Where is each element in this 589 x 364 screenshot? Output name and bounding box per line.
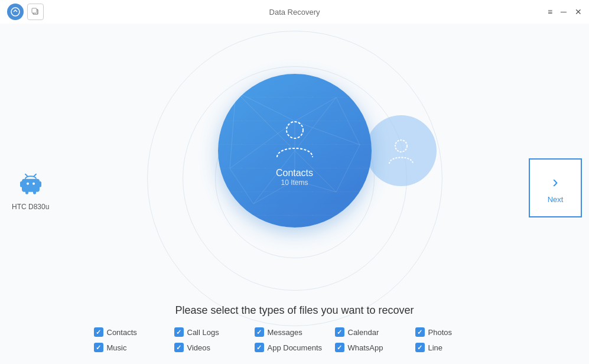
file-type-item[interactable]: Call Logs [174,327,255,337]
file-type-label: App Documents [268,343,323,352]
svg-point-10 [27,183,29,185]
svg-rect-6 [25,190,28,194]
file-types-grid: ContactsCall LogsMessagesCalendarPhotosM… [94,327,496,352]
menu-button[interactable]: ≡ [548,7,552,17]
file-type-item[interactable]: Messages [255,327,335,337]
svg-rect-5 [38,181,41,187]
file-type-item[interactable]: Line [415,343,496,352]
file-type-label: Calendar [348,328,379,337]
main-category-circle: Contacts 10 Items [218,74,372,228]
window-controls: ≡ ─ ✕ [548,7,582,17]
file-type-item[interactable]: Music [94,343,174,352]
chevron-right-icon: › [552,173,558,191]
svg-rect-4 [20,181,23,187]
carousel-area: Contacts 10 Items [171,41,419,260]
svg-rect-2 [32,8,37,13]
checkbox-icon[interactable] [255,327,264,337]
file-type-item[interactable]: Photos [415,327,496,337]
svg-line-16 [336,145,360,192]
close-button[interactable]: ✕ [575,7,582,17]
checkbox-icon[interactable] [94,343,103,352]
file-type-item[interactable]: WhatsApp [335,343,415,352]
file-type-label: Line [428,343,443,352]
checkbox-icon[interactable] [415,343,425,352]
app-logo [7,4,24,20]
file-type-item[interactable]: App Documents [255,343,335,352]
checkbox-icon[interactable] [94,327,103,337]
file-type-label: Music [107,343,127,352]
device-panel: HTC D830u [12,168,49,211]
category-count: 10 Items [281,178,308,187]
next-button[interactable]: › Next [529,158,582,217]
file-type-label: Contacts [107,328,137,337]
file-type-label: Messages [268,328,302,337]
file-type-label: Call Logs [187,328,219,337]
checkbox-icon[interactable] [335,327,344,337]
svg-point-26 [287,122,303,138]
svg-point-0 [11,8,19,16]
svg-point-12 [395,140,407,152]
svg-rect-3 [22,179,40,192]
svg-line-20 [230,92,236,168]
file-type-item[interactable]: Videos [174,343,255,352]
contact-icon [271,115,318,162]
svg-line-9 [34,174,36,177]
device-name: HTC D830u [12,203,49,211]
checkbox-icon[interactable] [255,343,264,352]
category-label: Contacts [276,168,313,178]
main-content: HTC D830u [0,24,589,364]
checkbox-icon[interactable] [415,327,425,337]
next-label: Next [548,195,564,204]
ghost-avatar [366,115,437,186]
android-icon [16,168,45,198]
checkbox-icon[interactable] [335,343,344,352]
bottom-section: Please select the types of files you wan… [0,304,589,352]
svg-line-19 [230,168,253,204]
file-type-label: WhatsApp [348,343,383,352]
svg-line-8 [25,174,28,177]
minimize-button[interactable]: ─ [561,7,567,17]
instruction-text: Please select the types of files you wan… [175,304,414,317]
svg-point-11 [32,183,35,185]
window-title: Data Recovery [269,8,320,17]
file-type-label: Photos [428,328,452,337]
checkbox-icon[interactable] [174,327,184,337]
file-type-label: Videos [187,343,211,352]
title-bar: Data Recovery ≡ ─ ✕ [0,0,589,24]
file-type-item[interactable]: Calendar [335,327,415,337]
checkbox-icon[interactable] [174,343,184,352]
copy-button[interactable] [27,4,44,20]
file-type-item[interactable]: Contacts [94,327,174,337]
title-bar-left [7,4,44,20]
svg-rect-7 [33,190,36,194]
